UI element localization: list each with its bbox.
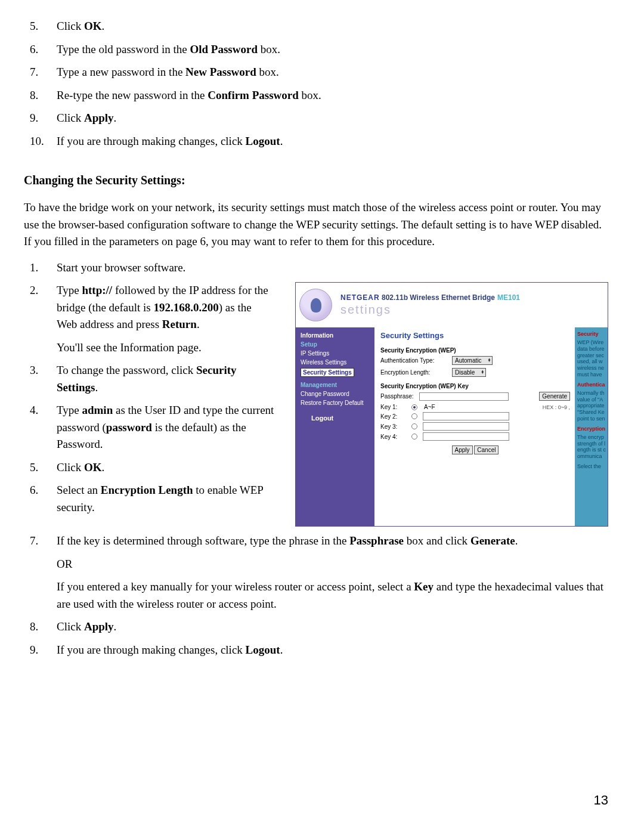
settings-wordmark: settings (340, 303, 520, 317)
step-8: 8.Re-type the new password in the Confir… (24, 87, 608, 104)
apply-button[interactable]: Apply (452, 445, 473, 454)
key2-input[interactable] (423, 412, 509, 420)
sidebar-item-logout[interactable]: Logout (311, 413, 371, 423)
shot-sidebar: Information Setup IP Settings Wireless S… (296, 327, 374, 526)
shot-help-panel: Security WEP (Wire data before greater s… (575, 327, 608, 526)
shot-header: NETGEAR 802.11b Wireless Ethernet Bridge… (296, 283, 608, 327)
passphrase-row: Passphrase: Generate (380, 392, 570, 401)
key3-input[interactable] (423, 422, 509, 431)
sidebar-heading-management: Management (301, 380, 371, 389)
step-b1: 1.Start your browser software. (24, 259, 608, 277)
steps-with-figure: 1.Start your browser software. NETGEAR 8… (24, 259, 608, 533)
step-b6: 6.Select an Encryption Length to enable … (24, 482, 274, 516)
key3-row: Key 3: (380, 422, 570, 431)
page-number: 13 (594, 793, 608, 808)
enc-length-select[interactable]: Disable (452, 368, 486, 377)
step-b2-sub: You'll see the Information page. (57, 339, 307, 357)
wep-key-section-label: Security Encryption (WEP) Key (380, 383, 570, 389)
key4-radio[interactable] (411, 434, 417, 440)
step-6: 6.Type the old password in the Old Passw… (24, 41, 608, 58)
key4-input[interactable] (423, 432, 509, 441)
step-b5: 5.Click OK. (24, 459, 274, 476)
shot-main-panel: Security Settings Security Encryption (W… (374, 327, 575, 526)
sidebar-heading-setup: Setup (301, 340, 371, 349)
auth-type-row: Authentication Type: Automatic (380, 356, 570, 365)
sidebar-item-ip-settings[interactable]: IP Settings (301, 349, 371, 358)
step-b8: 8.Click Apply. (24, 618, 608, 636)
step-b7-or: OR (57, 556, 608, 573)
enc-length-row: Encryption Length: Disable (380, 368, 570, 377)
step-7: 7.Type a new password in the New Passwor… (24, 64, 608, 81)
passphrase-input[interactable] (419, 392, 509, 401)
step-5: 5.Click OK. (24, 18, 608, 35)
key4-row: Key 4: (380, 432, 570, 441)
section-heading: Changing the Security Settings: (24, 174, 608, 187)
cancel-button[interactable]: Cancel (474, 445, 499, 454)
sidebar-item-security-settings[interactable]: Security Settings (301, 368, 354, 377)
sidebar-item-change-password[interactable]: Change Password (301, 389, 371, 398)
step-9: 9.Click Apply. (24, 110, 608, 127)
key1-radio[interactable] (411, 404, 417, 410)
step-b4: 4.Type admin as the User ID and type the… (24, 402, 274, 453)
step-b7-sub: If you entered a key manually for your w… (57, 578, 608, 612)
key2-row: Key 2: (380, 412, 570, 420)
key3-radio[interactable] (411, 423, 417, 429)
key1-row: Key 1: A~F HEX : 0~9 , (380, 404, 570, 410)
step-10: 10.If you are through making changes, cl… (24, 133, 608, 150)
wep-section-label: Security Encryption (WEP) (380, 347, 570, 354)
panel-title: Security Settings (380, 331, 570, 340)
brand-label: NETGEAR (340, 293, 380, 302)
sidebar-item-restore-factory[interactable]: Restore Factory Default (301, 398, 371, 407)
sidebar-item-information[interactable]: Information (301, 331, 371, 340)
top-steps: 5.Click OK. 6.Type the old password in t… (24, 18, 608, 150)
key2-radio[interactable] (411, 413, 417, 419)
sidebar-item-wireless-settings[interactable]: Wireless Settings (301, 358, 371, 367)
step-b7: 7.If the key is determined through softw… (24, 533, 608, 550)
step-b9: 9.If you are through making changes, cli… (24, 642, 608, 659)
config-screenshot: NETGEAR 802.11b Wireless Ethernet Bridge… (295, 282, 608, 527)
step-b2: 2.Type http:// followed by the IP addres… (24, 282, 274, 333)
netgear-logo-icon (299, 289, 332, 321)
generate-button[interactable]: Generate (539, 392, 570, 401)
intro-paragraph: To have the bridge work on your network,… (24, 199, 608, 250)
auth-type-select[interactable]: Automatic (452, 356, 493, 365)
step-b3: 3.To change the password, click Security… (24, 362, 274, 396)
